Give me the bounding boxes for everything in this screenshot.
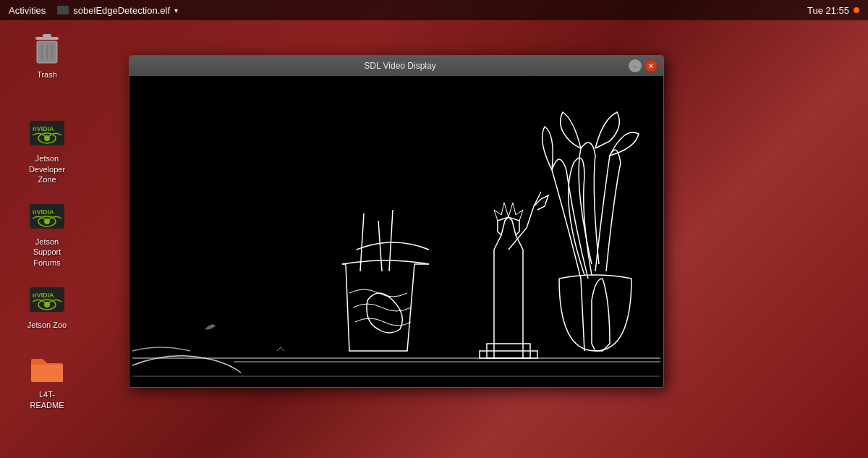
trash-icon (30, 32, 64, 67)
status-dot (854, 7, 859, 13)
desktop-icon-jetson-dev-zone[interactable]: nVIDIA JetsonDeveloperZone (11, 111, 83, 189)
desktop-icon-trash[interactable]: Trash (11, 27, 83, 84)
jetson-zoo-label: Jetson Zoo (27, 320, 67, 330)
dropdown-arrow[interactable]: ▾ (174, 7, 178, 14)
svg-rect-19 (132, 76, 660, 387)
svg-rect-1 (43, 34, 51, 38)
sdl-window-buttons: – × (629, 59, 658, 72)
sidebar: Trash nVIDIA JetsonDeveloperZone (0, 20, 94, 458)
jetson-dev-zone-label: JetsonDeveloperZone (29, 153, 65, 185)
top-bar: Activities sobelEdgeDetection.elf ▾ Tue … (0, 0, 868, 20)
sdl-titlebar: SDL Video Display – × (129, 56, 663, 76)
sdl-window: SDL Video Display – × (129, 55, 664, 388)
svg-text:nVIDIA: nVIDIA (33, 292, 54, 299)
l4t-label: L4T-README (30, 389, 64, 410)
edge-detection-image (129, 76, 663, 387)
nvidia-support-icon: nVIDIA (30, 199, 64, 234)
trash-label: Trash (37, 69, 57, 80)
desktop-icon-jetson-zoo[interactable]: nVIDIA Jetson Zoo (11, 278, 83, 334)
svg-text:nVIDIA: nVIDIA (33, 208, 54, 216)
nvidia-zoo-icon: nVIDIA (30, 282, 64, 317)
desktop-icon-l4t-readme[interactable]: L4T-README (11, 347, 83, 415)
l4t-folder-icon (30, 352, 64, 386)
top-bar-right: Tue 21:55 (807, 5, 859, 16)
sdl-video-content (129, 76, 663, 387)
sdl-title: SDL Video Display (171, 61, 629, 71)
nvidia-dev-zone-icon: nVIDIA (30, 116, 64, 150)
top-bar-left: Activities sobelEdgeDetection.elf ▾ (9, 5, 178, 16)
desktop: Trash nVIDIA JetsonDeveloperZone (0, 20, 868, 458)
app-indicator[interactable]: sobelEdgeDetection.elf ▾ (57, 5, 178, 16)
app-name: sobelEdgeDetection.elf (73, 5, 170, 16)
sdl-minimize-button[interactable]: – (629, 59, 642, 72)
sdl-close-button[interactable]: × (644, 59, 658, 72)
datetime: Tue 21:55 (807, 5, 849, 16)
app-icon-small (57, 6, 69, 14)
jetson-support-label: JetsonSupportForums (33, 237, 61, 268)
desktop-icon-jetson-support[interactable]: nVIDIA JetsonSupportForums (11, 195, 83, 272)
svg-text:nVIDIA: nVIDIA (33, 125, 54, 132)
activities-button[interactable]: Activities (9, 5, 46, 16)
